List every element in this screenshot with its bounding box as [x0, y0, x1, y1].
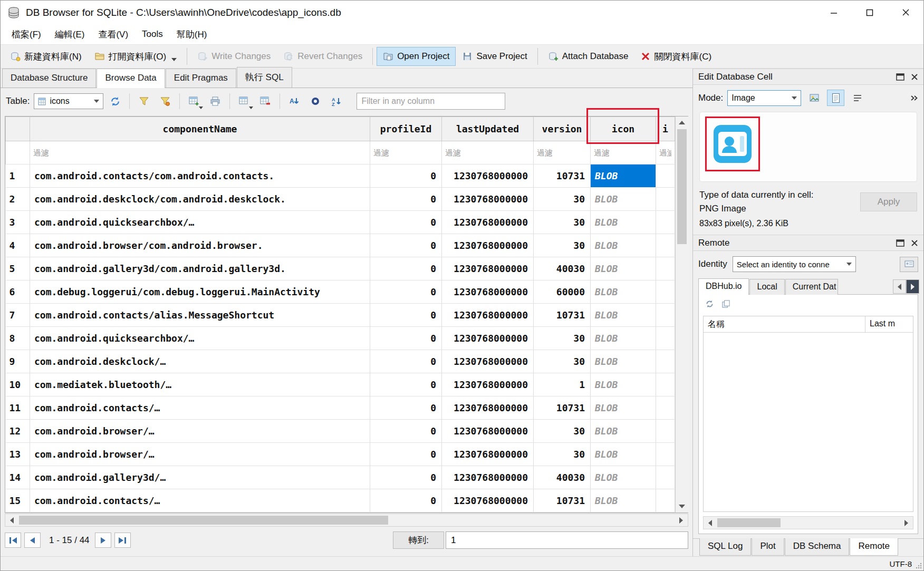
cell-lastUpdated[interactable]: 1230768000000 — [442, 420, 534, 443]
close-button[interactable] — [888, 1, 923, 24]
new-database-button[interactable]: 新建資料庫(N) — [4, 46, 88, 67]
cell-profileId[interactable]: 0 — [370, 164, 442, 188]
cell-icon[interactable]: BLOB — [591, 211, 656, 234]
clear-filters-button[interactable] — [134, 92, 153, 111]
cell-profileId[interactable]: 0 — [370, 304, 442, 327]
cell-overflow[interactable] — [656, 211, 675, 234]
column-header-lastUpdated[interactable]: lastUpdated — [442, 117, 534, 141]
cell-componentName[interactable]: com.debug.loggerui/com.debug.loggerui.Ma… — [30, 280, 370, 304]
column-header-componentName[interactable]: componentName — [30, 117, 370, 141]
cell-version[interactable]: 60000 — [534, 280, 591, 304]
cell-icon[interactable]: BLOB — [591, 420, 656, 443]
word-wrap-button[interactable] — [849, 90, 866, 106]
row-number-cell[interactable]: 12 — [6, 420, 30, 443]
open-project-button[interactable]: Open Project — [377, 47, 456, 66]
cell-overflow[interactable] — [656, 234, 675, 257]
cell-lastUpdated[interactable]: 1230768000000 — [442, 304, 534, 327]
cell-version[interactable]: 30 — [534, 211, 591, 234]
menu-edit[interactable]: 編輯(E) — [48, 25, 92, 44]
remote-tab-current-database[interactable]: Current Dat — [785, 279, 838, 295]
cell-profileId[interactable]: 0 — [370, 234, 442, 257]
menu-view[interactable]: 查看(V) — [91, 25, 135, 44]
toolbar-overflow-button[interactable] — [910, 94, 918, 102]
row-number-cell[interactable]: 8 — [6, 327, 30, 350]
cell-version[interactable]: 10731 — [534, 489, 591, 512]
cell-lastUpdated[interactable]: 1230768000000 — [442, 257, 534, 280]
menu-tools[interactable]: Tools — [135, 26, 170, 43]
row-number-cell[interactable]: 11 — [6, 396, 30, 420]
float-panel-icon[interactable] — [896, 73, 904, 81]
cell-version[interactable]: 30 — [534, 443, 591, 466]
cell-profileId[interactable]: 0 — [370, 211, 442, 234]
text-view-toggle-button[interactable] — [827, 90, 844, 106]
sort-ascending-button[interactable]: A — [285, 92, 304, 111]
tab-execute-sql[interactable]: 執行 SQL — [237, 67, 292, 88]
row-number-cell[interactable]: 6 — [6, 280, 30, 304]
cell-profileId[interactable]: 0 — [370, 489, 442, 512]
scroll-down-button[interactable] — [676, 500, 688, 512]
cell-overflow[interactable] — [656, 350, 675, 373]
open-database-dropdown-icon[interactable] — [171, 58, 177, 61]
new-record-button[interactable] — [185, 92, 204, 111]
tab-browse-data[interactable]: Browse Data — [97, 69, 165, 88]
cell-profileId[interactable]: 0 — [370, 188, 442, 211]
cell-componentName[interactable]: com.android.browser/… — [30, 420, 370, 443]
row-number-cell[interactable]: 5 — [6, 257, 30, 280]
cell-componentName[interactable]: com.android.quicksearchbox/… — [30, 211, 370, 234]
cell-icon[interactable]: BLOB — [591, 327, 656, 350]
scroll-left-button[interactable] — [704, 517, 717, 529]
cell-icon[interactable]: BLOB — [591, 489, 656, 512]
dock-tab-plot[interactable]: Plot — [752, 538, 784, 556]
vertical-scrollbar[interactable] — [675, 117, 688, 512]
cell-lastUpdated[interactable]: 1230768000000 — [442, 396, 534, 420]
remote-scrollbar-thumb[interactable] — [717, 518, 781, 527]
cell-componentName[interactable]: com.android.deskclock/com.android.deskcl… — [30, 188, 370, 211]
cell-profileId[interactable]: 0 — [370, 373, 442, 396]
cell-overflow[interactable] — [656, 443, 675, 466]
row-number-cell[interactable]: 2 — [6, 188, 30, 211]
cell-componentName[interactable]: com.mediatek.bluetooth/… — [30, 373, 370, 396]
cell-version[interactable]: 40030 — [534, 257, 591, 280]
cell-overflow[interactable] — [656, 257, 675, 280]
cell-icon[interactable]: BLOB — [591, 257, 656, 280]
cell-overflow[interactable] — [656, 466, 675, 489]
tab-scroll-right-button[interactable] — [906, 279, 919, 294]
cell-overflow[interactable] — [656, 164, 675, 188]
dock-tab-remote[interactable]: Remote — [850, 538, 898, 556]
format-button[interactable] — [306, 92, 325, 111]
column-header-overflow[interactable]: i — [656, 117, 675, 141]
cell-profileId[interactable]: 0 — [370, 466, 442, 489]
cell-icon[interactable]: BLOB — [591, 234, 656, 257]
goto-record-input[interactable] — [446, 531, 688, 549]
filter-input-profileId[interactable] — [370, 141, 441, 164]
resize-grip-icon[interactable] — [916, 563, 922, 569]
cell-version[interactable]: 30 — [534, 188, 591, 211]
close-database-button[interactable]: 關閉資料庫(C) — [634, 46, 718, 67]
cell-lastUpdated[interactable]: 1230768000000 — [442, 164, 534, 188]
previous-page-button[interactable] — [24, 533, 41, 548]
cell-version[interactable]: 30 — [534, 420, 591, 443]
remote-refresh-icon[interactable] — [705, 299, 714, 308]
sort-descending-button[interactable]: AZ — [327, 92, 346, 111]
filter-any-column-input[interactable] — [357, 93, 505, 110]
cell-profileId[interactable]: 0 — [370, 280, 442, 304]
column-header-profileId[interactable]: profileId — [370, 117, 442, 141]
row-number-cell[interactable]: 1 — [6, 164, 30, 188]
cell-version[interactable]: 30 — [534, 327, 591, 350]
cell-version[interactable]: 40030 — [534, 466, 591, 489]
row-number-cell[interactable]: 4 — [6, 234, 30, 257]
cell-componentName[interactable]: com.android.contacts/… — [30, 396, 370, 420]
open-database-button[interactable]: 打開資料庫(O) — [88, 46, 184, 67]
cell-icon[interactable]: BLOB — [591, 280, 656, 304]
export-table-button[interactable] — [235, 92, 254, 111]
row-number-cell[interactable]: 15 — [6, 489, 30, 512]
cell-lastUpdated[interactable]: 1230768000000 — [442, 327, 534, 350]
table-select[interactable]: icons — [34, 93, 103, 109]
first-page-button[interactable] — [5, 533, 21, 548]
remote-clone-icon[interactable] — [721, 299, 730, 308]
write-changes-button[interactable]: Write Changes — [191, 47, 277, 66]
cell-overflow[interactable] — [656, 373, 675, 396]
encoding-label[interactable]: UTF-8 — [890, 559, 912, 568]
horizontal-scrollbar-thumb[interactable] — [19, 516, 388, 525]
scroll-up-button[interactable] — [676, 117, 688, 129]
